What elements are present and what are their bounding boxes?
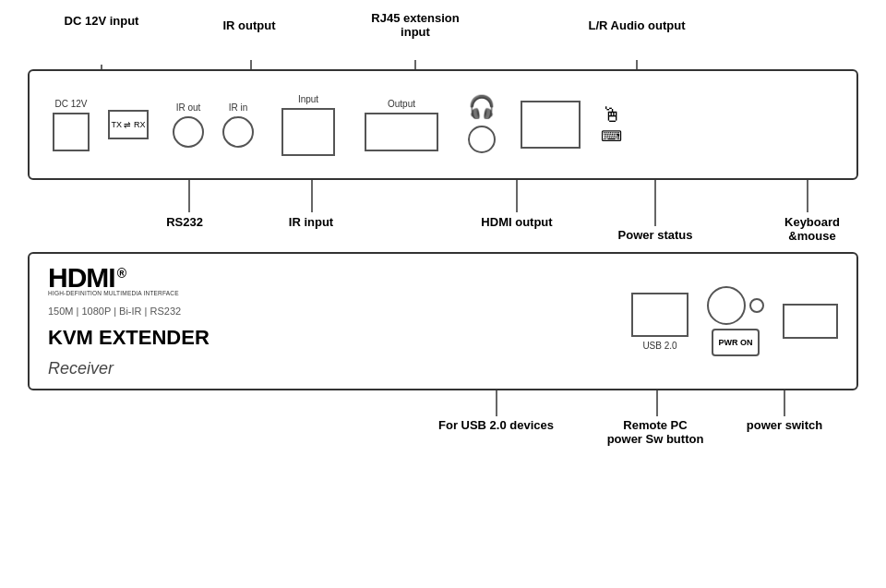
ir-in-port — [222, 116, 254, 148]
mouse-kb-group: 🖱 ⌨ — [601, 105, 622, 144]
lr-audio-label: L/R Audio output — [577, 18, 697, 32]
rs232-port-group: TX ⇌ RX — [108, 110, 149, 139]
power-circle-large — [707, 286, 746, 325]
audio-port — [468, 126, 496, 153]
audio-port-group: 🎧 — [468, 96, 496, 153]
power-circles — [707, 286, 764, 325]
rs232-tx-rx: TX ⇌ RX — [111, 120, 145, 129]
rs232-bottom-label: RS232 — [134, 215, 235, 229]
ir-out-label: IR out — [176, 102, 201, 113]
hdmi-subtitle: HIGH-DEFINITION MULTIMEDIA INTERFACE — [48, 290, 233, 296]
usb-port — [631, 293, 688, 337]
hdmi-logo: HDMI — [48, 264, 115, 292]
pwr-button[interactable]: PWR ON — [712, 329, 760, 356]
ir-output-label: IR output — [198, 18, 300, 32]
ir-out-port — [173, 116, 204, 148]
large-rect-port — [521, 101, 581, 149]
power-switch-group — [783, 304, 838, 339]
bottom-device-box: HDMI ® HIGH-DEFINITION MULTIMEDIA INTERF… — [28, 252, 858, 390]
ir-in-label: IR in — [229, 102, 248, 113]
large-rect-port-group — [521, 101, 581, 149]
power-group: PWR ON — [707, 286, 764, 356]
dc-label: DC 12V — [54, 99, 87, 109]
power-status-label: Power status — [595, 228, 715, 242]
ir-out-group: IR out — [173, 102, 204, 148]
remote-pc-label: Remote PCpower Sw button — [595, 418, 715, 446]
usb-devices-label: For USB 2.0 devices — [411, 418, 581, 432]
keyboard-icon: ⌨ — [601, 129, 622, 144]
ir-input-label: IR input — [260, 215, 362, 229]
headphone-icon: 🎧 — [468, 96, 496, 118]
rj45-port — [281, 108, 335, 156]
dc-port-group: DC 12V — [53, 99, 90, 151]
hdmi-port-group: Output — [365, 99, 438, 151]
rs232-port: TX ⇌ RX — [108, 110, 149, 139]
usb-label: USB 2.0 — [642, 341, 676, 351]
usb-port-group: USB 2.0 — [631, 293, 688, 351]
rj45-port-group: Input — [281, 94, 335, 156]
hdmi-output-bottom-label: HDMI output — [457, 215, 577, 229]
kvm-title: KVM EXTENDER — [48, 326, 233, 350]
hdmi-output-label: Output — [388, 99, 415, 109]
top-device-box: DC 12V TX ⇌ RX IR out IR in Inp — [28, 69, 858, 180]
spec-line: 150M | 1080P | Bi-IR | RS232 — [48, 306, 233, 317]
mouse-icon: 🖱 — [602, 105, 622, 126]
ir-in-group: IR in — [222, 102, 254, 148]
bottom-ports: USB 2.0 PWR ON — [233, 286, 838, 356]
dc12v-label: DC 12V input — [55, 14, 148, 28]
hdmi-reg: ® — [117, 264, 126, 283]
receiver-label: Receiver — [48, 359, 233, 378]
rj45-input-label: Input — [298, 94, 318, 104]
rj45-label: RJ45 extensioninput — [360, 11, 471, 39]
brand-section: HDMI ® HIGH-DEFINITION MULTIMEDIA INTERF… — [48, 264, 233, 378]
hdmi-port — [365, 113, 438, 151]
dc-port — [53, 113, 90, 151]
power-circle-small — [749, 298, 764, 313]
keyboard-mouse-label: Keyboard&mouse — [757, 215, 868, 243]
power-switch-label: power switch — [734, 418, 835, 432]
power-switch-port — [783, 304, 838, 339]
